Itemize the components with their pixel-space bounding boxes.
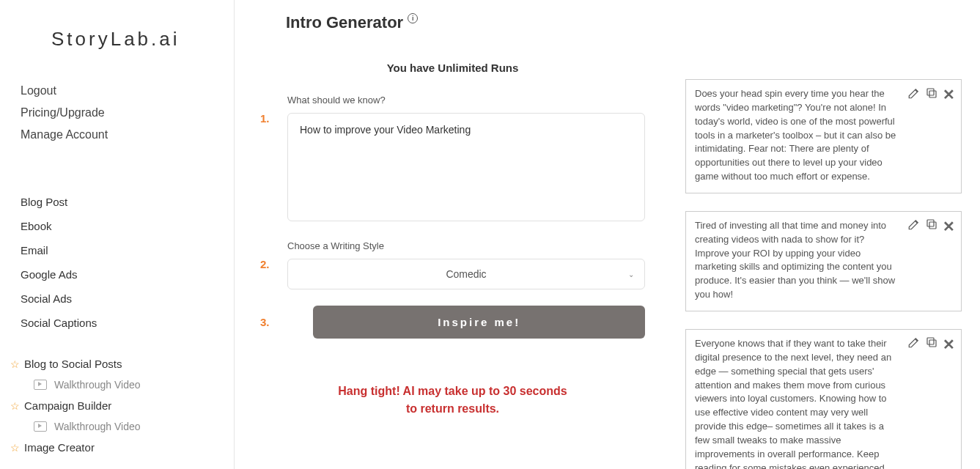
sidebar-item-image-creator[interactable]: ☆ Image Creator	[10, 437, 234, 458]
star-icon: ☆	[10, 400, 20, 412]
result-card: ✕ Tired of investing all that time and m…	[685, 211, 962, 311]
inspire-me-button[interactable]: Inspire me!	[313, 306, 645, 339]
select-value: Comedic	[446, 268, 486, 280]
style-label: Choose a Writing Style	[287, 240, 645, 251]
result-card: ✕ Everyone knows that if they want to ta…	[685, 329, 962, 469]
loading-message: Hang tight! AI may take up to 30 seconds…	[260, 383, 645, 418]
walkthrough-video-link[interactable]: Walkthrough Video	[21, 374, 234, 395]
sidebar-item-label: Blog to Social Posts	[24, 358, 122, 370]
svg-rect-0	[929, 91, 936, 97]
step-3: 3. Inspire me!	[260, 306, 645, 339]
pricing-link[interactable]: Pricing/Upgrade	[21, 102, 234, 124]
edit-icon[interactable]	[907, 218, 921, 234]
video-icon	[34, 380, 47, 390]
result-text: Everyone knows that if they want to take…	[695, 337, 952, 469]
result-card: ✕ Does your head spin every time you hea…	[685, 79, 962, 193]
tool-list: Blog Post Ebook Email Google Ads Social …	[21, 190, 234, 335]
svg-rect-2	[929, 222, 936, 229]
edit-icon[interactable]	[907, 86, 921, 103]
sidebar-item-blog-post[interactable]: Blog Post	[21, 190, 234, 214]
sub-item-label: Walkthrough Video	[54, 379, 141, 391]
sidebar-item-social-captions[interactable]: Social Captions	[21, 311, 234, 335]
result-actions: ✕	[907, 218, 955, 235]
brand-logo: StoryLab.ai	[51, 28, 234, 51]
copy-icon[interactable]	[925, 86, 938, 103]
chevron-down-icon: ⌄	[628, 270, 634, 278]
step-number: 3.	[260, 316, 275, 328]
prompt-label: What should we know?	[287, 95, 645, 106]
close-icon[interactable]: ✕	[943, 86, 955, 103]
page-title: Intro Generator	[286, 13, 403, 32]
svg-rect-1	[927, 89, 934, 95]
walkthrough-video-link[interactable]: Walkthrough Video	[21, 416, 234, 437]
main-content: Intro Generator i You have Unlimited Run…	[235, 0, 980, 469]
sidebar-item-blog-to-social[interactable]: ☆ Blog to Social Posts	[10, 353, 234, 374]
edit-icon[interactable]	[907, 336, 921, 352]
page-title-row: Intro Generator i	[286, 13, 962, 32]
loading-line-2: to return results.	[260, 400, 645, 418]
form-column: You have Unlimited Runs 1. What should w…	[260, 62, 645, 469]
step-1: 1. What should we know?	[260, 95, 645, 224]
sidebar-item-google-ads[interactable]: Google Ads	[21, 262, 234, 287]
video-icon	[34, 421, 47, 432]
close-icon[interactable]: ✕	[943, 336, 955, 353]
sidebar-item-label: Image Creator	[24, 441, 95, 454]
sidebar-item-campaign-builder[interactable]: ☆ Campaign Builder	[10, 395, 234, 416]
svg-rect-4	[929, 340, 936, 347]
loading-line-1: Hang tight! AI may take up to 30 seconds	[260, 383, 645, 400]
star-icon: ☆	[10, 358, 20, 370]
step-number: 2.	[260, 240, 276, 270]
writing-style-select[interactable]: Comedic ⌄	[287, 259, 645, 289]
prompt-input[interactable]	[287, 113, 645, 221]
svg-rect-5	[927, 338, 934, 344]
sidebar-item-social-ads[interactable]: Social Ads	[21, 287, 234, 311]
app-root: StoryLab.ai Logout Pricing/Upgrade Manag…	[0, 0, 980, 469]
sidebar-item-ebook[interactable]: Ebook	[21, 214, 234, 238]
close-icon[interactable]: ✕	[943, 218, 955, 235]
sub-item-label: Walkthrough Video	[54, 421, 141, 432]
result-actions: ✕	[907, 336, 955, 353]
logout-link[interactable]: Logout	[21, 80, 234, 102]
step-number: 1.	[260, 95, 276, 125]
step-2: 2. Choose a Writing Style Comedic ⌄	[260, 240, 645, 289]
sidebar-item-email[interactable]: Email	[21, 238, 234, 262]
sidebar: StoryLab.ai Logout Pricing/Upgrade Manag…	[0, 0, 235, 469]
sidebar-item-label: Campaign Builder	[24, 399, 111, 412]
info-icon[interactable]: i	[408, 13, 418, 23]
step-body: Choose a Writing Style Comedic ⌄	[287, 240, 645, 289]
star-icon: ☆	[10, 442, 20, 454]
copy-icon[interactable]	[925, 218, 938, 234]
svg-rect-3	[927, 220, 934, 226]
results-column: ✕ Does your head spin every time you hea…	[685, 62, 962, 469]
result-actions: ✕	[907, 86, 955, 103]
step-body: What should we know?	[287, 95, 645, 224]
content-row: You have Unlimited Runs 1. What should w…	[260, 62, 962, 469]
runs-remaining-text: You have Unlimited Runs	[260, 62, 645, 74]
account-links: Logout Pricing/Upgrade Manage Account	[21, 80, 234, 146]
manage-account-link[interactable]: Manage Account	[21, 124, 234, 146]
copy-icon[interactable]	[925, 336, 938, 352]
